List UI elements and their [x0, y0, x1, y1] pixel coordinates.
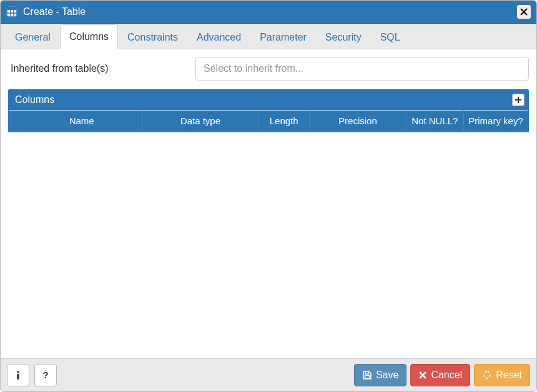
columns-header-row: Name Data type Length Precision Not NULL… — [9, 110, 528, 132]
tab-security[interactable]: Security — [316, 25, 371, 49]
svg-point-10 — [17, 371, 19, 373]
titlebar-left: Create - Table — [6, 6, 86, 18]
info-icon — [13, 370, 23, 380]
tab-label: SQL — [380, 32, 400, 42]
cancel-button[interactable]: Cancel — [410, 364, 470, 386]
tab-general[interactable]: General — [6, 25, 60, 49]
window-title: Create - Table — [23, 6, 86, 17]
table-icon — [6, 6, 18, 18]
columns-header-precision: Precision — [310, 110, 406, 132]
columns-header-pk: Primary key? — [464, 110, 528, 132]
tab-content: Inherited from table(s) Select to inheri… — [1, 49, 536, 358]
tab-advanced[interactable]: Advanced — [187, 25, 250, 49]
inherit-placeholder: Select to inherit from... — [204, 63, 303, 74]
columns-header-name: Name — [21, 110, 142, 132]
tab-bar: General Columns Constraints Advanced Par… — [1, 24, 536, 49]
tab-label: Constraints — [127, 32, 178, 42]
inherit-row: Inherited from table(s) Select to inheri… — [8, 57, 529, 81]
columns-header-blank — [9, 110, 21, 132]
reset-label: Reset — [496, 370, 522, 381]
columns-header-datatype: Data type — [142, 110, 258, 132]
close-button[interactable] — [516, 4, 531, 19]
footer-left: ? — [7, 364, 57, 386]
plus-icon — [515, 96, 522, 104]
footer-right: Save Cancel Reset — [354, 364, 530, 386]
columns-panel-title: Columns — [15, 94, 54, 105]
tab-sql[interactable]: SQL — [371, 25, 410, 49]
tab-label: Columns — [69, 31, 109, 42]
tab-label: Parameter — [260, 32, 307, 42]
titlebar: Create - Table — [1, 1, 536, 24]
cancel-icon — [418, 371, 427, 380]
help-button[interactable]: ? — [34, 364, 57, 386]
tab-label: General — [15, 32, 51, 42]
info-button[interactable] — [7, 364, 29, 386]
svg-rect-14 — [365, 376, 369, 379]
cancel-label: Cancel — [431, 370, 462, 381]
columns-header-length: Length — [259, 110, 310, 132]
tab-constraints[interactable]: Constraints — [118, 25, 187, 49]
reset-button[interactable]: Reset — [474, 364, 530, 386]
columns-header-notnull: Not NULL? — [406, 110, 464, 132]
inherit-select[interactable]: Select to inherit from... — [195, 57, 529, 81]
tab-label: Advanced — [197, 32, 241, 42]
tab-label: Security — [325, 32, 362, 42]
save-label: Save — [376, 370, 398, 381]
save-icon — [362, 370, 372, 380]
svg-text:?: ? — [42, 370, 48, 380]
svg-rect-13 — [365, 371, 368, 374]
reset-icon — [482, 370, 492, 380]
close-icon — [520, 8, 528, 16]
question-icon: ? — [41, 370, 51, 380]
dialog-window: Create - Table General Columns Constrain… — [0, 0, 537, 392]
columns-panel-header: Columns — [9, 90, 528, 110]
add-column-button[interactable] — [512, 94, 525, 106]
save-button[interactable]: Save — [354, 364, 406, 386]
dialog-footer: ? Save Cancel — [1, 358, 536, 391]
svg-rect-11 — [17, 374, 19, 380]
tab-parameter[interactable]: Parameter — [250, 25, 316, 49]
columns-panel: Columns Name Data type Length Precision — [8, 89, 529, 132]
tab-columns[interactable]: Columns — [60, 24, 118, 49]
columns-table: Name Data type Length Precision Not NULL… — [9, 110, 528, 132]
inherit-label: Inherited from table(s) — [8, 63, 183, 74]
